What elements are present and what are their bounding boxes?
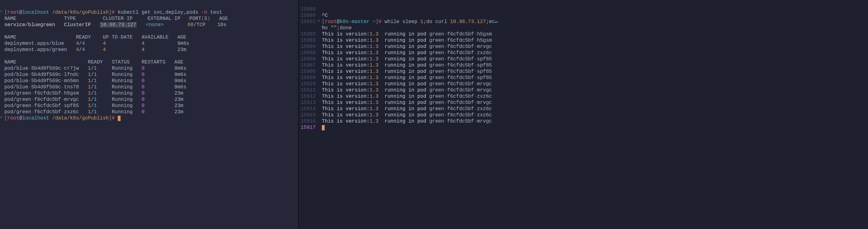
left-terminal-pane[interactable]: ⊟[root@localhost /data/k8s/goPublish]# k… [0,0,298,229]
right-terminal-pane[interactable]: 15899 15900 ^C15901⊟[root@k8s-master ~]#… [299,0,868,229]
left-terminal-content: ⊟[root@localhost /data/k8s/goPublish]# k… [0,9,298,121]
right-terminal-content: 15899 15900 ^C15901⊟[root@k8s-master ~]#… [299,6,868,131]
